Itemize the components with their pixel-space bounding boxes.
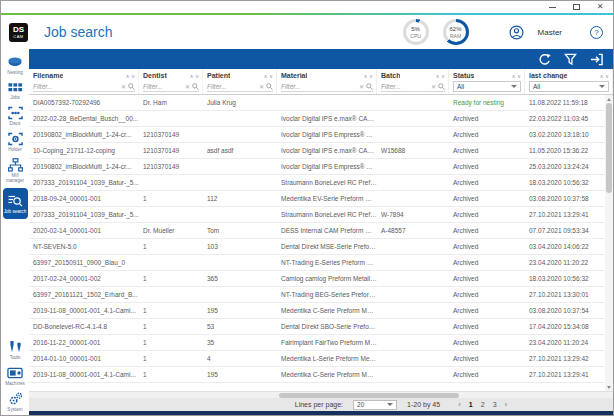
sidebar-item-nesting[interactable]: Nesting (2, 52, 28, 78)
sort-desc-icon[interactable]: ∨ (369, 73, 373, 79)
vertical-scrollbar[interactable] (605, 95, 613, 391)
sort-asc-icon[interactable]: ∧ (364, 73, 368, 79)
sort-asc-icon[interactable]: ∧ (436, 73, 440, 79)
table-row[interactable]: 2020-02-14_00001-001 Dr. Mueller Tom DES… (29, 223, 613, 239)
table-row[interactable]: 207333_20191104_1039_Batur-_5... Strauma… (29, 175, 613, 191)
clear-filter-icon[interactable]: ✕ (121, 84, 126, 90)
column-header-last-change[interactable]: last change ∧∨ All (525, 69, 613, 94)
refresh-button[interactable] (538, 53, 551, 66)
sort-desc-icon[interactable]: ∨ (517, 73, 521, 79)
filter-input-patient[interactable] (207, 83, 257, 90)
filter-input-filename[interactable] (33, 83, 119, 90)
table-row[interactable]: 63997_20161121_1502_Erhard_B... NT-Tradi… (29, 287, 613, 303)
table-row[interactable]: 2018-09-24_00001-001 1 112 Medentika EV-… (29, 191, 613, 207)
scrollbar-thumb[interactable] (279, 393, 459, 398)
next-page-icon[interactable]: › (505, 400, 508, 410)
minimize-button[interactable] (547, 3, 557, 11)
sort-asc-icon[interactable]: ∧ (600, 73, 604, 79)
search-icon[interactable] (366, 83, 373, 90)
page-button-3[interactable]: 3 (493, 401, 497, 408)
user-menu[interactable] (509, 25, 524, 40)
close-button[interactable]: ✕ (595, 3, 605, 11)
last-change-filter-select[interactable]: All (529, 81, 609, 92)
filter-input-dentist[interactable] (143, 83, 183, 90)
scroll-down-icon[interactable] (605, 383, 613, 391)
table-row[interactable]: 63997_20150911_0900_Blau_0 NT-Trading E-… (29, 255, 613, 271)
sort-asc-icon[interactable]: ∧ (512, 73, 516, 79)
clear-filter-icon[interactable]: ✕ (431, 84, 436, 90)
sort-asc-icon[interactable]: ∧ (126, 73, 130, 79)
clear-filter-icon[interactable]: ✕ (259, 84, 264, 90)
cell-status: Archived (449, 255, 525, 270)
column-header-batch[interactable]: Batch ∧∨ ✕ (377, 69, 449, 94)
column-header-status[interactable]: Status ∧∨ All (449, 69, 525, 94)
scrollbar-thumb[interactable] (606, 103, 612, 193)
sidebar-item-job-search[interactable]: Job search (3, 188, 28, 219)
search-icon[interactable] (128, 83, 135, 90)
cell-material: Fairimplant FairTwo Preform Metallic ... (277, 335, 377, 350)
lines-per-page-select[interactable]: 20 (353, 400, 397, 410)
table-row[interactable]: 2014-01-10_00001-001 1 4 Medentika L-Ser… (29, 351, 613, 367)
sidebar-item-tools[interactable]: Tools (2, 337, 28, 363)
search-icon[interactable] (438, 83, 445, 90)
column-header-dentist[interactable]: Dentist ∧∨ ✕ (139, 69, 203, 94)
sort-asc-icon[interactable]: ∧ (190, 73, 194, 79)
sort-desc-icon[interactable]: ∨ (605, 73, 609, 79)
column-header-patient[interactable]: Patient ∧∨ ✕ (203, 69, 277, 94)
cell-status: Archived (449, 319, 525, 334)
clear-filter-icon[interactable]: ✕ (185, 84, 190, 90)
scroll-up-icon[interactable] (605, 95, 613, 103)
search-icon[interactable] (266, 83, 273, 90)
nesting-icon (7, 55, 23, 69)
sort-desc-icon[interactable]: ∨ (131, 73, 135, 79)
horizontal-scrollbar[interactable] (29, 391, 613, 398)
table-row[interactable]: 207333_20191104_1039_Batur-_5... Strauma… (29, 207, 613, 223)
sidebar-item-system[interactable]: System (2, 389, 28, 415)
table-row[interactable]: 20190802_imBlockMulti_1-24-cr... 1210370… (29, 127, 613, 143)
cell-status: Archived (449, 287, 525, 302)
table-row[interactable]: 2016-11-22_00001-001 1 35 Fairimplant Fa… (29, 335, 613, 351)
cell-dentist: 1 (139, 367, 203, 382)
sort-desc-icon[interactable]: ∨ (441, 73, 445, 79)
help-button[interactable]: ? (590, 26, 603, 39)
table-row[interactable]: 2019-11-08_00001-001_4.1-Caml... 1 195 M… (29, 303, 613, 319)
sidebar-item-holder[interactable]: Holder (2, 129, 28, 155)
lines-per-page-label: Lines per page: (295, 401, 343, 408)
table-row[interactable]: DD-Bonelevel-RC-4.1-4.8 1 53 Dental Dire… (29, 319, 613, 335)
status-filter-select[interactable]: All (453, 81, 521, 92)
table-row[interactable]: DIA0057392-70292496 Dr. Ham Julia Krug R… (29, 95, 613, 111)
table-row[interactable]: 2022-02-28_BeDental_Busch__00... Ivoclar… (29, 111, 613, 127)
table-row[interactable]: NT-SEVEN-5.0 1 103 Dental Direkt MSE-Ser… (29, 239, 613, 255)
sort-desc-icon[interactable]: ∨ (195, 73, 199, 79)
filter-input-batch[interactable] (381, 83, 429, 90)
cell-filename: 2019-11-08_00001-001_4.1-Caml... (29, 367, 139, 382)
sidebar-item-discs[interactable]: Discs (2, 103, 28, 129)
sidebar-item-label: Machines (5, 381, 25, 386)
page-button-1[interactable]: 1 (469, 401, 473, 408)
filter-button[interactable] (564, 53, 577, 66)
exit-button[interactable] (590, 53, 603, 66)
system-icon (8, 392, 23, 406)
page-button-2[interactable]: 2 (481, 401, 485, 408)
clear-filter-icon[interactable]: ✕ (359, 84, 364, 90)
user-profile-label[interactable]: Master (538, 28, 562, 37)
table-row[interactable]: 2019-11-08_00001-001_4.1-Caml... 1 195 M… (29, 367, 613, 383)
prev-page-icon[interactable]: ‹ (458, 400, 461, 410)
sidebar-item-jobs[interactable]: Jobs (2, 78, 28, 103)
column-header-filename[interactable]: Filename ∧∨ ✕ (29, 69, 139, 94)
sort-desc-icon[interactable]: ∨ (269, 73, 273, 79)
column-header-material[interactable]: Material ∧∨ ✕ (277, 69, 377, 94)
maximize-button[interactable] (571, 3, 581, 11)
cell-filename: 207333_20191104_1039_Batur-_5... (29, 175, 139, 190)
cell-last-change: 18.03.2020 10:56:32 (525, 271, 613, 286)
search-icon[interactable] (192, 83, 199, 90)
table-row[interactable]: 2017-02-24_00001-002 1 365 Camlog camlog… (29, 271, 613, 287)
table-row[interactable]: 20190802_imBlockMulti_1-24-cr... 1210370… (29, 159, 613, 175)
sidebar-item-machines[interactable]: Machines (2, 363, 28, 389)
cell-last-change: 27.10.2021 13:30:01 (525, 287, 613, 302)
table-row[interactable]: 10-Coping_21711-12-coping 1210370149 asd… (29, 143, 613, 159)
cell-patient (203, 255, 277, 270)
sort-asc-icon[interactable]: ∧ (264, 73, 268, 79)
sidebar-item-mill-manager[interactable]: Mill manager (2, 155, 28, 186)
filter-input-material[interactable] (281, 83, 357, 90)
